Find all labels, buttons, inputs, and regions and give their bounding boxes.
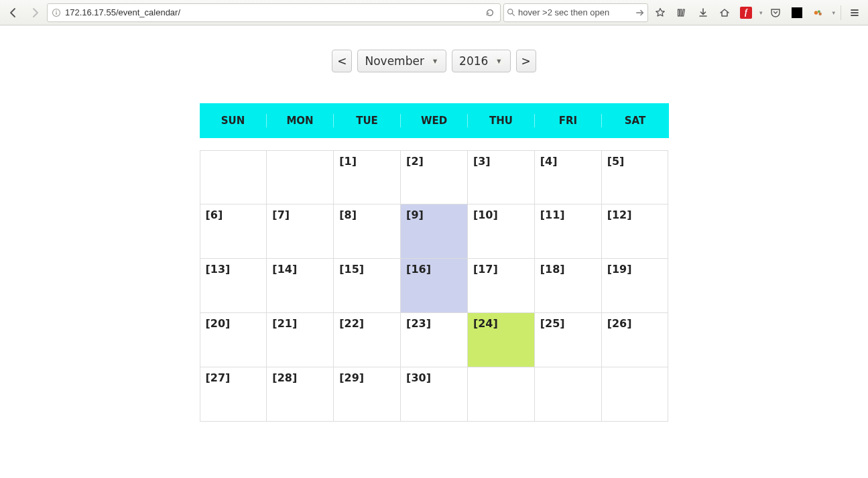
calendar-grid: [1][2][3][4][5][6][7][8][9][10][11][12][…: [200, 150, 669, 422]
calendar-day-cell[interactable]: [6]: [200, 204, 267, 259]
calendar-day-cell[interactable]: [17]: [468, 259, 535, 313]
svg-rect-8: [682, 9, 685, 15]
reload-button[interactable]: [483, 8, 497, 17]
calendar-day-cell[interactable]: [28]: [267, 367, 334, 422]
address-bar[interactable]: [47, 3, 501, 22]
hamburger-menu-button[interactable]: [845, 3, 864, 22]
chevron-down-icon: ▼: [495, 58, 503, 65]
svg-rect-7: [680, 9, 682, 16]
calendar-day-cell[interactable]: [11]: [535, 204, 602, 259]
calendar-day-cell[interactable]: [25]: [535, 313, 602, 367]
calendar-day-header-row: SUN MON TUE WED THU FRI SAT: [200, 103, 669, 138]
calendar-day-cell[interactable]: [8]: [334, 204, 401, 259]
calendar-empty-cell: [468, 367, 535, 422]
day-header: SAT: [602, 103, 669, 138]
bookmark-star-button[interactable]: [651, 3, 670, 22]
svg-point-12: [819, 12, 822, 15]
calendar-day-cell[interactable]: [29]: [334, 367, 401, 422]
svg-line-4: [512, 13, 514, 15]
flash-plugin-icon[interactable]: f: [737, 3, 755, 22]
calendar-day-cell[interactable]: [30]: [401, 367, 468, 422]
calendar-day-cell[interactable]: [10]: [468, 204, 535, 259]
calendar-day-cell[interactable]: [3]: [468, 150, 535, 204]
url-input[interactable]: [65, 7, 483, 17]
svg-point-10: [814, 11, 818, 14]
svg-point-11: [818, 10, 820, 13]
year-select[interactable]: 2016 ▼: [452, 50, 510, 72]
calendar: SUN MON TUE WED THU FRI SAT [1][2][3][4]…: [200, 103, 669, 422]
day-header: TUE: [334, 103, 401, 138]
calendar-day-cell[interactable]: [5]: [602, 150, 669, 204]
calendar-empty-cell: [200, 150, 267, 204]
toolbar-separator: [841, 5, 841, 20]
dropdown-caret-icon[interactable]: ▾: [758, 9, 764, 16]
page-content: < November ▼ 2016 ▼ > SUN MON TUE WED TH…: [0, 25, 868, 422]
calendar-empty-cell: [602, 367, 669, 422]
browser-toolbar: f ▾ ▾: [0, 0, 868, 25]
search-icon: [507, 8, 515, 17]
prev-month-button[interactable]: <: [332, 50, 352, 72]
calendar-day-cell[interactable]: [19]: [602, 259, 669, 313]
calendar-day-cell[interactable]: [26]: [602, 313, 669, 367]
day-header: THU: [468, 103, 535, 138]
day-header: WED: [401, 103, 468, 138]
calendar-day-cell[interactable]: [14]: [267, 259, 334, 313]
svg-rect-1: [56, 12, 56, 15]
calendar-day-cell[interactable]: [16]: [401, 259, 468, 313]
month-select[interactable]: November ▼: [357, 50, 446, 72]
library-button[interactable]: [672, 3, 691, 22]
extension-color-icon[interactable]: [809, 3, 828, 22]
home-button[interactable]: [715, 3, 734, 22]
svg-rect-6: [678, 9, 679, 16]
chevron-down-icon: ▼: [431, 58, 439, 65]
calendar-day-cell[interactable]: [15]: [334, 259, 401, 313]
site-info-icon[interactable]: [52, 8, 61, 17]
calendar-day-cell[interactable]: [24]: [468, 313, 535, 367]
calendar-day-cell[interactable]: [23]: [401, 313, 468, 367]
search-bar[interactable]: [503, 3, 648, 22]
calendar-day-cell[interactable]: [18]: [535, 259, 602, 313]
calendar-day-cell[interactable]: [20]: [200, 313, 267, 367]
search-go-button[interactable]: [635, 8, 645, 17]
calendar-day-cell[interactable]: [2]: [401, 150, 468, 204]
year-select-value: 2016: [459, 54, 488, 68]
day-header: SUN: [200, 103, 267, 138]
calendar-day-cell[interactable]: [21]: [267, 313, 334, 367]
month-select-value: November: [365, 54, 424, 68]
day-header: MON: [267, 103, 334, 138]
calendar-day-cell[interactable]: [13]: [200, 259, 267, 313]
search-input[interactable]: [518, 7, 633, 17]
day-header: FRI: [535, 103, 602, 138]
svg-rect-2: [56, 10, 56, 11]
dropdown-caret-icon[interactable]: ▾: [830, 9, 836, 16]
calendar-day-cell[interactable]: [27]: [200, 367, 267, 422]
calendar-day-cell[interactable]: [1]: [334, 150, 401, 204]
calendar-empty-cell: [267, 150, 334, 204]
calendar-day-cell[interactable]: [7]: [267, 204, 334, 259]
pocket-button[interactable]: [766, 3, 785, 22]
downloads-button[interactable]: [694, 3, 712, 22]
extension-black-icon[interactable]: [788, 3, 806, 22]
back-button[interactable]: [4, 3, 23, 22]
calendar-nav: < November ▼ 2016 ▼ >: [0, 50, 868, 72]
calendar-day-cell[interactable]: [4]: [535, 150, 602, 204]
forward-button[interactable]: [25, 3, 44, 22]
next-month-button[interactable]: >: [516, 50, 536, 72]
calendar-day-cell[interactable]: [12]: [602, 204, 669, 259]
calendar-empty-cell: [535, 367, 602, 422]
calendar-day-cell[interactable]: [9]: [401, 204, 468, 259]
calendar-day-cell[interactable]: [22]: [334, 313, 401, 367]
